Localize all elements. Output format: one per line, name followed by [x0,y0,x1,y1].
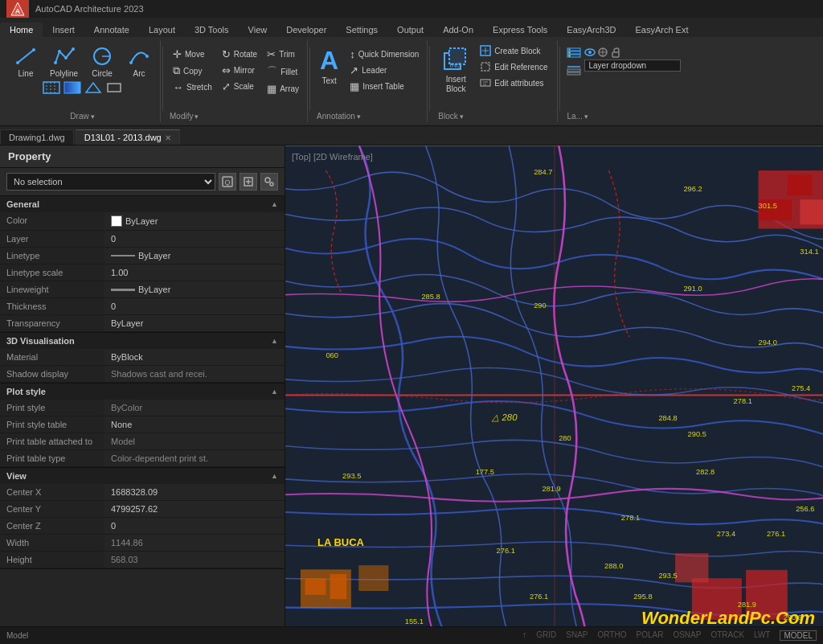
grid-toggle[interactable]: GRID [536,630,556,641]
transparency-value[interactable]: ByLayer [104,315,285,331]
otrack-toggle[interactable]: OTRACK [710,630,744,641]
quick-dimension-button[interactable]: ↕ Quick Dimension [346,47,422,62]
select-similar-button[interactable] [260,173,278,191]
model-toggle[interactable]: MODEL [780,630,817,641]
layer-prop-label: Layer [0,231,104,247]
svg-rect-38 [567,72,580,75]
leader-button[interactable]: ↗ Leader [346,63,422,78]
region-icon[interactable] [105,81,123,94]
tab-home[interactable]: Home [0,23,43,37]
shadow-value[interactable]: Shadows cast and recei. [104,366,285,382]
lineweight-value[interactable]: ByLayer [104,281,285,297]
tab-view[interactable]: View [239,23,277,37]
svg-text:284.7: 284.7 [534,168,552,176]
quick-select-button[interactable]: Q [219,173,236,191]
rotate-button[interactable]: ↻ Rotate [219,47,260,62]
tab-3d-tools[interactable]: 3D Tools [185,23,239,37]
boundary-icon[interactable] [84,81,102,94]
material-value[interactable]: ByBlock [104,349,285,365]
leader-icon: ↗ [350,64,358,76]
tab-drawing1[interactable]: Drawing1.dwg [0,129,74,145]
modify-group-label[interactable]: Modify [170,110,302,122]
general-section-header[interactable]: General [0,196,285,212]
scale-button[interactable]: ⤢ Scale [219,79,260,94]
width-row: Width 1144.86 [0,535,285,552]
insert-block-button[interactable]: INS Insert Block [438,43,473,95]
circle-button[interactable]: Circle [86,43,118,80]
gradient-icon[interactable] [63,81,81,94]
polar-toggle[interactable]: POLAR [636,630,663,641]
center-z-value[interactable]: 0 [104,518,285,534]
svg-point-6 [58,50,61,53]
print-table-type-row: Print table type Color-dependent print s… [0,450,285,467]
pickadd-button[interactable] [240,173,257,191]
fillet-button[interactable]: ⌒ Fillet [264,63,302,80]
tab-settings[interactable]: Settings [336,23,387,37]
stretch-button[interactable]: ↔ Stretch [170,80,215,95]
modify-btns-mid: ↻ Rotate ⇔ Mirror ⤢ Scale [219,43,260,96]
trim-button[interactable]: ✂ Trim [264,47,302,62]
osnap-toggle[interactable]: OSNAP [673,630,701,641]
tab-layout[interactable]: Layout [139,23,185,37]
color-value[interactable]: ByLayer [104,212,285,230]
print-table-attached-value[interactable]: Model [104,433,285,449]
hatch-icon[interactable] [43,81,60,94]
tab-easyarch3d[interactable]: EasyArch3D [557,23,625,37]
center-x-value[interactable]: 1688328.09 [104,484,285,500]
linetype-value[interactable]: ByLayer [104,248,285,264]
print-table-type-value[interactable]: Color-dependent print st. [104,450,285,466]
text-button[interactable]: A Text [317,43,342,88]
tab-output[interactable]: Output [387,23,433,37]
tab-d13l01[interactable]: D13L01 - 2013.dwg ✕ [76,129,180,145]
array-button[interactable]: ▦ Array [264,81,302,96]
snap-toggle[interactable]: SNAP [566,630,588,641]
tab-annotate[interactable]: Annotate [84,23,139,37]
polyline-button[interactable]: Polyline [47,43,81,80]
svg-point-8 [72,47,75,51]
svg-text:280: 280 [559,434,571,442]
print-style-label: Print style [0,400,104,416]
snap-indicator[interactable]: ↑ [522,630,526,641]
app-logo: A [6,0,29,18]
line-button[interactable]: Line [10,43,42,80]
thickness-value[interactable]: 0 [104,298,285,314]
svg-text:294.0: 294.0 [759,338,777,347]
edit-reference-button[interactable]: Edit Reference [477,59,551,74]
tab-drawing1-label: Drawing1.dwg [9,133,65,142]
mirror-button[interactable]: ⇔ Mirror [219,63,260,78]
draw-group-label[interactable]: Draw [70,110,94,122]
view-section-header[interactable]: View [0,468,285,484]
print-style-value[interactable]: ByColor [104,400,285,416]
selection-dropdown[interactable]: No selection [6,173,215,191]
annotation-small-btns: ↕ Quick Dimension ↗ Leader ▦ Insert Tabl… [346,43,422,94]
ortho-toggle[interactable]: ORTHO [598,630,627,641]
copy-button[interactable]: ⧉ Copy [170,63,215,79]
lineweight-toggle[interactable]: LWT [754,630,770,641]
tab-add-on[interactable]: Add-On [433,23,483,37]
plot-style-section-header[interactable]: Plot style [0,384,285,400]
layer-prop-value[interactable]: 0 [104,231,285,247]
move-button[interactable]: ✛ Move [170,47,215,62]
edit-attributes-button[interactable]: Edit attributes [477,76,551,90]
tab-close-button[interactable]: ✕ [165,133,171,142]
annotation-group-label[interactable]: Annotation [317,110,422,122]
arc-button[interactable]: Arc [123,43,155,80]
insert-table-button[interactable]: ▦ Insert Table [346,79,422,94]
layer-group-label[interactable]: La... [567,110,681,122]
svg-text:285.8: 285.8 [421,293,440,301]
create-block-button[interactable]: Create Block [477,43,551,58]
tab-developer[interactable]: Developer [276,23,336,37]
print-style-table-value[interactable]: None [104,416,285,433]
center-y-value[interactable]: 4799257.62 [104,501,285,517]
block-group-label[interactable]: Block [438,110,551,122]
svg-rect-19 [108,84,121,92]
layer-lock-icon [610,47,621,58]
tab-easyarch-ext[interactable]: EasyArch Ext [625,23,698,37]
drawing-area[interactable]: [Top] [2D Wireframe] [285,146,823,644]
tab-express-tools[interactable]: Express Tools [483,23,557,37]
print-style-row: Print style ByColor [0,400,285,416]
center-y-label: Center Y [0,501,104,517]
visualisation-section-header[interactable]: 3D Visualisation [0,333,285,349]
linetype-scale-value[interactable]: 1.00 [104,265,285,281]
tab-insert[interactable]: Insert [43,23,84,37]
